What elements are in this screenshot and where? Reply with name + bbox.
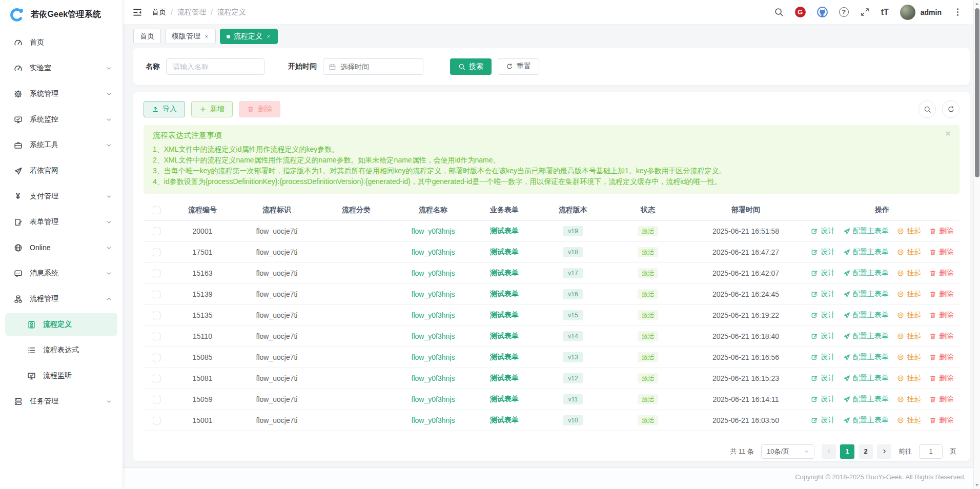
next-page-button[interactable] [877,444,891,459]
action-suspend[interactable]: 挂起 [897,311,921,320]
sidebar-item-lab[interactable]: 实验室 [0,55,122,81]
row-checkbox[interactable] [153,354,160,361]
action-delete[interactable]: 删除 [929,290,953,299]
action-delete[interactable]: 删除 [929,395,953,404]
action-config-main-form[interactable]: 配置主表单 [843,416,889,425]
business-form-link[interactable]: 测试表单 [490,227,519,235]
row-checkbox[interactable] [153,249,160,256]
prev-page-button[interactable] [822,444,836,459]
process-name-link[interactable]: flow_y0f3hnjs [412,353,455,361]
kebab-icon[interactable] [953,7,963,17]
scrollbar-down-arrow[interactable] [975,484,978,486]
close-icon[interactable] [204,34,209,39]
avatar[interactable] [900,5,915,20]
github-icon[interactable] [817,7,828,17]
sidebar-item-monitor[interactable]: 系统监控 [0,107,122,132]
import-button[interactable]: 导入 [144,101,185,117]
select-all-checkbox[interactable] [153,207,160,214]
fontsize-icon[interactable]: tT [881,8,889,17]
sidebar-collapse-icon[interactable] [132,7,142,17]
action-config-main-form[interactable]: 配置主表单 [843,332,889,341]
refresh-table-button[interactable] [942,100,959,118]
sidebar-item-home[interactable]: 首页 [0,30,122,55]
action-suspend[interactable]: 挂起 [897,374,921,383]
row-checkbox[interactable] [153,291,160,298]
process-name-link[interactable]: flow_y0f3hnjs [412,374,455,382]
business-form-link[interactable]: 测试表单 [490,290,519,298]
action-delete[interactable]: 删除 [929,311,953,320]
row-checkbox[interactable] [153,375,160,382]
action-delete[interactable]: 删除 [929,269,953,278]
action-design[interactable]: 设计 [811,248,835,257]
row-checkbox[interactable] [153,270,160,277]
action-suspend[interactable]: 挂起 [897,248,921,257]
business-form-link[interactable]: 测试表单 [490,269,519,277]
business-form-link[interactable]: 测试表单 [490,395,519,403]
toggle-search-button[interactable] [918,100,936,118]
action-config-main-form[interactable]: 配置主表单 [843,311,889,320]
process-name-link[interactable]: flow_y0f3hnjs [412,332,455,340]
breadcrumb-item[interactable]: 流程定义 [217,8,246,17]
sidebar-item-online[interactable]: Online [0,235,122,260]
tab-首页[interactable]: 首页 [133,29,161,44]
action-suspend[interactable]: 挂起 [897,353,921,362]
action-config-main-form[interactable]: 配置主表单 [843,353,889,362]
process-name-link[interactable]: flow_y0f3hnjs [412,227,455,235]
action-suspend[interactable]: 挂起 [897,416,921,425]
sidebar-item-process-listener[interactable]: 流程监听 [0,363,122,389]
row-checkbox[interactable] [153,417,160,424]
sidebar-item-process-expression[interactable]: 流程表达式 [0,337,122,363]
gitee-icon[interactable]: G [795,7,806,17]
search-icon[interactable] [774,7,784,17]
process-name-link[interactable]: flow_y0f3hnjs [412,248,455,256]
action-delete[interactable]: 删除 [929,227,953,236]
user-name[interactable]: admin [921,8,942,16]
start-time-input[interactable] [340,63,418,71]
action-config-main-form[interactable]: 配置主表单 [843,374,889,383]
sidebar-item-system[interactable]: 系统管理 [0,81,122,107]
business-form-link[interactable]: 测试表单 [490,374,519,382]
sidebar-item-forms[interactable]: 表单管理 [0,209,122,235]
action-design[interactable]: 设计 [811,311,835,320]
action-design[interactable]: 设计 [811,416,835,425]
process-name-link[interactable]: flow_y0f3hnjs [412,416,455,424]
business-form-link[interactable]: 测试表单 [490,353,519,361]
action-suspend[interactable]: 挂起 [897,290,921,299]
start-time-picker[interactable] [323,58,423,75]
action-delete[interactable]: 删除 [929,332,953,341]
page-button-2[interactable]: 2 [859,444,873,459]
row-checkbox[interactable] [153,312,160,319]
action-delete[interactable]: 删除 [929,374,953,383]
process-name-link[interactable]: flow_y0f3hnjs [412,311,455,319]
action-design[interactable]: 设计 [811,269,835,278]
action-config-main-form[interactable]: 配置主表单 [843,290,889,299]
action-design[interactable]: 设计 [811,395,835,404]
page-button-1[interactable]: 1 [840,444,854,459]
add-button[interactable]: 新增 [191,101,233,117]
business-form-link[interactable]: 测试表单 [490,248,519,256]
action-config-main-form[interactable]: 配置主表单 [843,269,889,278]
action-config-main-form[interactable]: 配置主表单 [843,227,889,236]
sidebar-item-task[interactable]: 任务管理 [0,389,122,414]
sidebar-item-official-site[interactable]: 若依官网 [0,158,122,184]
sidebar-item-process[interactable]: 流程管理 [0,286,122,312]
browser-scrollbar[interactable] [973,0,980,489]
tab-模版管理[interactable]: 模版管理 [165,29,216,44]
process-name-link[interactable]: flow_y0f3hnjs [412,395,455,403]
action-config-main-form[interactable]: 配置主表单 [843,395,889,404]
business-form-link[interactable]: 测试表单 [490,332,519,340]
page-size-select[interactable]: 10条/页 [761,444,814,459]
tab-流程定义[interactable]: 流程定义 [220,29,278,44]
scrollbar-up-arrow[interactable] [975,3,978,5]
close-icon[interactable] [266,34,271,39]
delete-button[interactable]: 删除 [239,101,280,117]
app-logo[interactable]: 若依Geek管理系统 [0,0,122,29]
sidebar-item-payment[interactable]: ¥支付管理 [0,184,122,209]
sidebar-item-process-definition[interactable]: 流程定义 [5,313,117,336]
business-form-link[interactable]: 测试表单 [490,311,519,319]
action-design[interactable]: 设计 [811,374,835,383]
action-config-main-form[interactable]: 配置主表单 [843,248,889,257]
action-design[interactable]: 设计 [811,332,835,341]
process-name-link[interactable]: flow_y0f3hnjs [412,290,455,298]
action-design[interactable]: 设计 [811,227,835,236]
